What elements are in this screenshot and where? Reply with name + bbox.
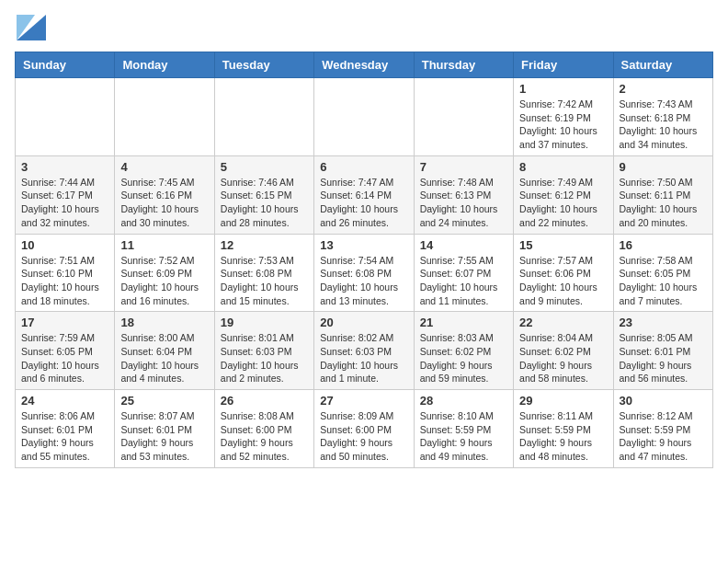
- weekday-header-tuesday: Tuesday: [214, 52, 313, 78]
- calendar-day-cell: 16Sunrise: 7:58 AM Sunset: 6:05 PM Dayli…: [613, 234, 712, 312]
- calendar-week-row: 17Sunrise: 7:59 AM Sunset: 6:05 PM Dayli…: [16, 312, 713, 390]
- calendar-day-cell: 20Sunrise: 8:02 AM Sunset: 6:03 PM Dayli…: [314, 312, 414, 390]
- day-info: Sunrise: 7:53 AM Sunset: 6:08 PM Dayligh…: [221, 254, 308, 308]
- calendar-day-cell: 14Sunrise: 7:55 AM Sunset: 6:07 PM Dayli…: [414, 234, 513, 312]
- day-number: 17: [21, 316, 108, 329]
- day-number: 6: [320, 160, 407, 174]
- day-number: 3: [21, 160, 108, 174]
- calendar-day-cell: 11Sunrise: 7:52 AM Sunset: 6:09 PM Dayli…: [115, 234, 214, 312]
- calendar-day-cell: 5Sunrise: 7:46 AM Sunset: 6:15 PM Daylig…: [214, 155, 313, 234]
- calendar-day-cell: 26Sunrise: 8:08 AM Sunset: 6:00 PM Dayli…: [214, 390, 313, 468]
- day-info: Sunrise: 7:54 AM Sunset: 6:08 PM Dayligh…: [320, 254, 407, 308]
- calendar-day-cell: 25Sunrise: 8:07 AM Sunset: 6:01 PM Dayli…: [115, 390, 214, 468]
- logo: [15, 15, 46, 40]
- calendar-day-cell: 15Sunrise: 7:57 AM Sunset: 6:06 PM Dayli…: [514, 234, 613, 312]
- calendar-week-row: 24Sunrise: 8:06 AM Sunset: 6:01 PM Dayli…: [16, 390, 713, 468]
- day-info: Sunrise: 7:44 AM Sunset: 6:17 PM Dayligh…: [21, 176, 108, 230]
- day-number: 19: [221, 316, 308, 329]
- day-info: Sunrise: 7:51 AM Sunset: 6:10 PM Dayligh…: [21, 254, 108, 308]
- calendar-day-cell: 28Sunrise: 8:10 AM Sunset: 5:59 PM Dayli…: [414, 390, 513, 468]
- calendar-day-cell: [115, 78, 214, 156]
- day-number: 21: [420, 316, 507, 329]
- day-info: Sunrise: 8:11 AM Sunset: 5:59 PM Dayligh…: [519, 409, 607, 464]
- calendar-day-cell: 29Sunrise: 8:11 AM Sunset: 5:59 PM Dayli…: [514, 390, 613, 468]
- day-info: Sunrise: 8:03 AM Sunset: 6:02 PM Dayligh…: [420, 331, 507, 385]
- weekday-header-saturday: Saturday: [613, 52, 712, 78]
- calendar-day-cell: [314, 78, 414, 156]
- day-info: Sunrise: 7:42 AM Sunset: 6:19 PM Dayligh…: [519, 98, 607, 152]
- day-number: 27: [320, 394, 407, 408]
- day-number: 24: [21, 394, 108, 408]
- calendar-day-cell: 2Sunrise: 7:43 AM Sunset: 6:18 PM Daylig…: [613, 78, 712, 156]
- day-info: Sunrise: 7:46 AM Sunset: 6:15 PM Dayligh…: [221, 176, 308, 230]
- day-number: 8: [519, 160, 607, 174]
- calendar-day-cell: 6Sunrise: 7:47 AM Sunset: 6:14 PM Daylig…: [314, 155, 414, 234]
- calendar-day-cell: 30Sunrise: 8:12 AM Sunset: 5:59 PM Dayli…: [613, 390, 712, 468]
- calendar-day-cell: 3Sunrise: 7:44 AM Sunset: 6:17 PM Daylig…: [16, 155, 115, 234]
- day-info: Sunrise: 8:08 AM Sunset: 6:00 PM Dayligh…: [221, 409, 308, 464]
- calendar-day-cell: 12Sunrise: 7:53 AM Sunset: 6:08 PM Dayli…: [214, 234, 313, 312]
- day-info: Sunrise: 7:59 AM Sunset: 6:05 PM Dayligh…: [21, 331, 108, 385]
- calendar-week-row: 10Sunrise: 7:51 AM Sunset: 6:10 PM Dayli…: [16, 234, 713, 312]
- day-number: 13: [320, 238, 407, 252]
- day-number: 30: [620, 394, 707, 408]
- day-info: Sunrise: 8:09 AM Sunset: 6:00 PM Dayligh…: [320, 409, 407, 464]
- day-number: 20: [320, 316, 407, 329]
- day-number: 4: [120, 160, 208, 174]
- day-info: Sunrise: 8:06 AM Sunset: 6:01 PM Dayligh…: [21, 409, 108, 464]
- calendar-week-row: 3Sunrise: 7:44 AM Sunset: 6:17 PM Daylig…: [16, 155, 713, 234]
- day-info: Sunrise: 7:57 AM Sunset: 6:06 PM Dayligh…: [519, 254, 607, 308]
- calendar-day-cell: 23Sunrise: 8:05 AM Sunset: 6:01 PM Dayli…: [613, 312, 712, 390]
- logo-icon: [17, 15, 46, 40]
- calendar-day-cell: 8Sunrise: 7:49 AM Sunset: 6:12 PM Daylig…: [514, 155, 613, 234]
- day-number: 18: [120, 316, 208, 329]
- day-number: 26: [221, 394, 308, 408]
- day-number: 14: [420, 238, 507, 252]
- day-number: 11: [120, 238, 208, 252]
- day-info: Sunrise: 7:47 AM Sunset: 6:14 PM Dayligh…: [320, 176, 407, 230]
- day-number: 7: [420, 160, 507, 174]
- weekday-header-thursday: Thursday: [414, 52, 513, 78]
- calendar-week-row: 1Sunrise: 7:42 AM Sunset: 6:19 PM Daylig…: [16, 78, 713, 156]
- day-info: Sunrise: 8:00 AM Sunset: 6:04 PM Dayligh…: [120, 331, 208, 385]
- weekday-header-monday: Monday: [115, 52, 214, 78]
- calendar-day-cell: 7Sunrise: 7:48 AM Sunset: 6:13 PM Daylig…: [414, 155, 513, 234]
- day-number: 10: [21, 238, 108, 252]
- calendar-day-cell: 21Sunrise: 8:03 AM Sunset: 6:02 PM Dayli…: [414, 312, 513, 390]
- calendar-day-cell: 4Sunrise: 7:45 AM Sunset: 6:16 PM Daylig…: [115, 155, 214, 234]
- day-info: Sunrise: 8:10 AM Sunset: 5:59 PM Dayligh…: [420, 409, 507, 464]
- day-info: Sunrise: 7:43 AM Sunset: 6:18 PM Dayligh…: [620, 98, 707, 152]
- calendar-day-cell: 22Sunrise: 8:04 AM Sunset: 6:02 PM Dayli…: [514, 312, 613, 390]
- calendar-day-cell: 24Sunrise: 8:06 AM Sunset: 6:01 PM Dayli…: [16, 390, 115, 468]
- day-number: 16: [620, 238, 707, 252]
- day-number: 28: [420, 394, 507, 408]
- day-info: Sunrise: 8:02 AM Sunset: 6:03 PM Dayligh…: [320, 331, 407, 385]
- calendar-day-cell: 18Sunrise: 8:00 AM Sunset: 6:04 PM Dayli…: [115, 312, 214, 390]
- day-number: 5: [221, 160, 308, 174]
- day-number: 12: [221, 238, 308, 252]
- day-number: 22: [519, 316, 607, 329]
- day-number: 1: [519, 82, 607, 96]
- day-info: Sunrise: 7:49 AM Sunset: 6:12 PM Dayligh…: [519, 176, 607, 230]
- day-info: Sunrise: 7:48 AM Sunset: 6:13 PM Dayligh…: [420, 176, 507, 230]
- page-header: [15, 15, 713, 40]
- calendar-day-cell: 13Sunrise: 7:54 AM Sunset: 6:08 PM Dayli…: [314, 234, 414, 312]
- calendar-day-cell: 9Sunrise: 7:50 AM Sunset: 6:11 PM Daylig…: [613, 155, 712, 234]
- day-info: Sunrise: 8:04 AM Sunset: 6:02 PM Dayligh…: [519, 331, 607, 385]
- calendar-day-cell: [16, 78, 115, 156]
- day-info: Sunrise: 7:52 AM Sunset: 6:09 PM Dayligh…: [120, 254, 208, 308]
- day-number: 2: [620, 82, 707, 96]
- day-info: Sunrise: 7:58 AM Sunset: 6:05 PM Dayligh…: [620, 254, 707, 308]
- day-info: Sunrise: 8:12 AM Sunset: 5:59 PM Dayligh…: [620, 409, 707, 464]
- calendar-day-cell: 19Sunrise: 8:01 AM Sunset: 6:03 PM Dayli…: [214, 312, 313, 390]
- weekday-header-sunday: Sunday: [16, 52, 115, 78]
- weekday-header-friday: Friday: [514, 52, 613, 78]
- day-number: 23: [620, 316, 707, 329]
- calendar-table: SundayMondayTuesdayWednesdayThursdayFrid…: [15, 52, 713, 468]
- day-info: Sunrise: 7:55 AM Sunset: 6:07 PM Dayligh…: [420, 254, 507, 308]
- day-info: Sunrise: 7:45 AM Sunset: 6:16 PM Dayligh…: [120, 176, 208, 230]
- calendar-day-cell: 17Sunrise: 7:59 AM Sunset: 6:05 PM Dayli…: [16, 312, 115, 390]
- day-number: 9: [620, 160, 707, 174]
- day-info: Sunrise: 8:07 AM Sunset: 6:01 PM Dayligh…: [120, 409, 208, 464]
- day-info: Sunrise: 8:05 AM Sunset: 6:01 PM Dayligh…: [620, 331, 707, 385]
